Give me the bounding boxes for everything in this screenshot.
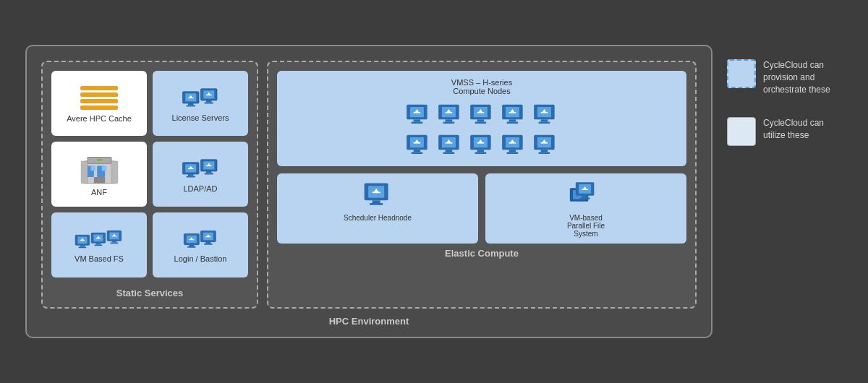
hpc-bar-4 xyxy=(80,106,118,110)
vmss-node-8 xyxy=(468,132,495,159)
ldap-ad-icon xyxy=(181,157,221,181)
svg-rect-144 xyxy=(373,200,380,203)
svg-rect-110 xyxy=(412,152,423,154)
svg-rect-72 xyxy=(205,236,210,237)
svg-rect-114 xyxy=(414,142,421,144)
legend-box-utilize xyxy=(727,117,756,146)
svg-rect-51 xyxy=(96,238,101,238)
vmss-node-4 xyxy=(500,101,527,129)
vmss-node-10 xyxy=(532,132,559,159)
svg-rect-145 xyxy=(370,203,383,205)
static-services-label: Static Services xyxy=(51,283,248,298)
vm-based-fs-label: VM Based FS xyxy=(75,254,124,263)
hpc-bar-1 xyxy=(80,86,118,90)
login-bastion-icon xyxy=(182,228,219,251)
svg-rect-120 xyxy=(448,141,450,142)
svg-rect-149 xyxy=(373,192,380,193)
svg-rect-71 xyxy=(207,236,208,236)
ldap-monitor-2 xyxy=(199,157,221,178)
svg-rect-32 xyxy=(206,171,212,173)
svg-rect-23 xyxy=(97,159,102,161)
svg-rect-22 xyxy=(111,161,118,184)
vmss-label: VMSS – H-seriesCompute Nodes xyxy=(284,78,679,95)
static-services-section: Avere HPC Cache xyxy=(41,61,258,309)
parallel-fs-monitor-front xyxy=(574,179,598,204)
legend-box-provision xyxy=(727,59,756,88)
svg-rect-74 xyxy=(414,119,421,121)
avere-hpc-label: Avere HPC Cache xyxy=(67,114,132,123)
license-servers-icon xyxy=(181,86,221,111)
svg-rect-9 xyxy=(204,103,213,104)
svg-rect-148 xyxy=(375,191,378,192)
svg-rect-13 xyxy=(206,95,212,95)
svg-rect-82 xyxy=(443,122,455,124)
svg-rect-65 xyxy=(189,239,194,240)
svg-rect-106 xyxy=(543,111,545,112)
svg-rect-36 xyxy=(208,165,210,165)
legend-utilize: CycleCloud can utilize these xyxy=(727,117,843,146)
svg-rect-109 xyxy=(414,150,421,152)
elastic-compute-label: Elastic Compute xyxy=(277,244,686,259)
svg-rect-92 xyxy=(480,111,482,112)
bastion-monitor-2 xyxy=(199,228,219,249)
vmss-node-5 xyxy=(532,101,559,129)
svg-rect-53 xyxy=(112,241,117,242)
page-wrapper: Avere HPC Cache xyxy=(11,30,857,353)
svg-rect-79 xyxy=(414,112,421,113)
anf-card: ANF xyxy=(51,142,147,207)
svg-rect-2 xyxy=(186,106,195,107)
svg-rect-121 xyxy=(446,142,453,144)
svg-rect-113 xyxy=(416,141,418,142)
vmss-node-3 xyxy=(468,101,495,129)
legend-provision: CycleCloud can provision and orchestrate… xyxy=(727,59,843,95)
svg-rect-67 xyxy=(205,242,210,244)
svg-rect-6 xyxy=(188,98,194,98)
parallel-fs-card: VM-basedParallel FileSystem xyxy=(485,173,686,244)
svg-rect-26 xyxy=(186,176,195,178)
monitor-icon-2 xyxy=(199,86,221,108)
vmss-row-1 xyxy=(284,101,679,129)
svg-rect-43 xyxy=(82,239,83,240)
svg-rect-81 xyxy=(446,119,453,121)
login-bastion-card: Login / Bastion xyxy=(153,212,248,277)
anf-building-icon xyxy=(80,153,119,185)
svg-rect-21 xyxy=(81,161,88,184)
hpc-bar-3 xyxy=(80,99,118,103)
vmss-row-2 xyxy=(284,132,679,159)
legend-text-utilize: CycleCloud can utilize these xyxy=(763,117,843,142)
svg-rect-134 xyxy=(511,141,514,142)
avere-hpc-card: Avere HPC Cache xyxy=(51,71,147,136)
parallel-fs-icon xyxy=(568,179,604,211)
svg-rect-29 xyxy=(190,168,192,168)
svg-rect-20 xyxy=(93,177,104,184)
svg-rect-60 xyxy=(189,245,194,246)
scheduler-headnode-card: Scheduler Headnode xyxy=(277,173,478,244)
legend-text-provision: CycleCloud can provision and orchestrate… xyxy=(763,59,843,95)
svg-rect-124 xyxy=(475,152,487,154)
svg-rect-154 xyxy=(580,198,590,199)
svg-rect-12 xyxy=(208,94,210,95)
svg-rect-117 xyxy=(443,152,455,154)
license-servers-card: License Servers xyxy=(153,71,248,136)
svg-rect-54 xyxy=(111,243,119,244)
scheduler-icon xyxy=(362,179,393,211)
svg-rect-99 xyxy=(511,111,514,112)
svg-rect-86 xyxy=(446,112,453,113)
svg-rect-123 xyxy=(477,150,485,152)
svg-rect-44 xyxy=(80,240,85,241)
svg-rect-5 xyxy=(190,97,192,98)
vm-based-fs-icon xyxy=(74,228,124,251)
svg-rect-64 xyxy=(190,238,192,239)
anf-label: ANF xyxy=(91,188,107,197)
hpc-cache-icon xyxy=(80,86,118,110)
license-servers-label: License Servers xyxy=(172,113,229,122)
svg-rect-40 xyxy=(79,247,87,249)
hpc-environment-box: Avere HPC Cache xyxy=(25,45,712,338)
svg-rect-37 xyxy=(206,165,212,166)
svg-rect-137 xyxy=(541,150,548,152)
legend-section: CycleCloud can provision and orchestrate… xyxy=(727,45,843,146)
login-bastion-label: Login / Bastion xyxy=(174,254,227,263)
svg-rect-107 xyxy=(541,112,548,113)
vm-based-fs-card: VM Based FS xyxy=(51,212,147,277)
svg-rect-8 xyxy=(206,100,212,103)
